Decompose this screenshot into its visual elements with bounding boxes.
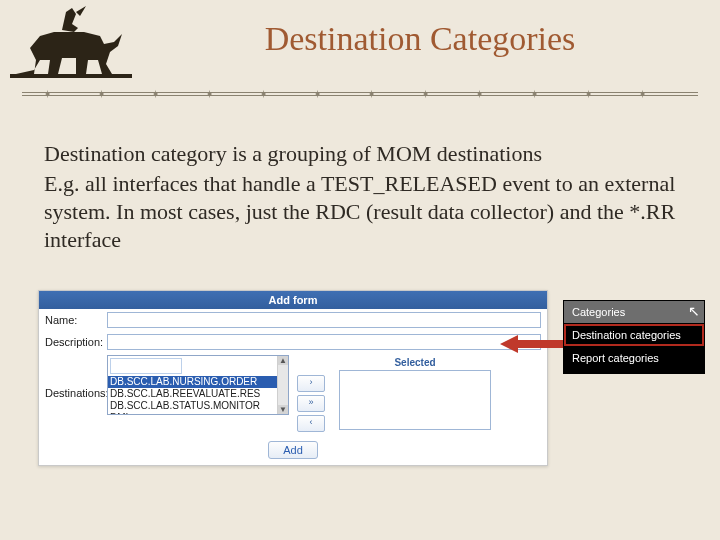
barbed-wire-divider: ✶ ✶ ✶ ✶ ✶ ✶ ✶ ✶ ✶ ✶ ✶ ✶ (22, 86, 698, 102)
list-item[interactable]: DMI (108, 412, 278, 415)
menu-item-destination-categories[interactable]: Destination categories (564, 324, 704, 346)
description-input[interactable] (107, 334, 541, 350)
name-input[interactable] (107, 312, 541, 328)
body-line-2: E.g. all interfaces that handle a TEST_R… (44, 170, 676, 254)
selected-header: Selected (339, 357, 491, 368)
slide: ✶ ✶ ✶ ✶ ✶ ✶ ✶ ✶ ✶ ✶ ✶ ✶ Destination Cate… (0, 0, 720, 540)
name-label: Name: (45, 312, 107, 326)
scroll-up-icon[interactable]: ▲ (278, 356, 288, 365)
menu-item-label: Destination categories (572, 329, 681, 341)
context-menu: Categories ↖ Destination categories Repo… (563, 300, 705, 374)
add-form-window: Add form Name: Description: Destinations… (38, 290, 548, 466)
move-all-right-button[interactable]: » (297, 395, 325, 412)
list-items: DB.SCC.LAB.NURSING.ORDER DB.SCC.LAB.REEV… (108, 376, 278, 415)
cursor-icon: ↖ (688, 303, 700, 319)
list-item[interactable]: DB.SCC.LAB.STATUS.MONITOR (108, 400, 278, 412)
form-titlebar: Add form (39, 291, 547, 309)
slide-title: Destination Categories (150, 20, 690, 58)
list-item[interactable]: DB.SCC.LAB.REEVALUATE.RES (108, 388, 278, 400)
menu-item-report-categories[interactable]: Report categories (564, 347, 704, 369)
destinations-listbox[interactable]: DB.SCC.LAB.NURSING.ORDER DB.SCC.LAB.REEV… (107, 355, 289, 415)
destinations-row: Destinations: DB.SCC.LAB.NURSING.ORDER D… (39, 353, 547, 438)
selected-destinations-col: Selected (339, 357, 491, 430)
menu-item-categories[interactable]: Categories ↖ (564, 301, 704, 323)
form-footer: Add (39, 438, 547, 465)
selected-listbox[interactable] (339, 370, 491, 430)
svg-rect-0 (10, 74, 132, 78)
description-row: Description: (39, 331, 547, 353)
move-left-button[interactable]: ‹ (297, 415, 325, 432)
name-row: Name: (39, 309, 547, 331)
description-label: Description: (45, 334, 107, 348)
move-right-button[interactable]: › (297, 375, 325, 392)
horse-rider-icon (6, 2, 136, 87)
destinations-label: Destinations: (45, 355, 107, 399)
list-item[interactable]: DB.SCC.LAB.NURSING.ORDER (108, 376, 278, 388)
list-scrollbar[interactable]: ▲ ▼ (277, 356, 288, 414)
scroll-down-icon[interactable]: ▼ (278, 405, 288, 414)
transfer-buttons: › » ‹ (297, 375, 325, 432)
menu-item-label: Categories (572, 306, 625, 318)
menu-item-label: Report categories (572, 352, 659, 364)
list-filter-input[interactable] (110, 358, 182, 374)
add-button[interactable]: Add (268, 441, 318, 459)
available-destinations-col: DB.SCC.LAB.NURSING.ORDER DB.SCC.LAB.REEV… (107, 355, 289, 415)
body-line-1: Destination category is a grouping of MO… (44, 140, 676, 168)
body-text: Destination category is a grouping of MO… (44, 140, 676, 257)
